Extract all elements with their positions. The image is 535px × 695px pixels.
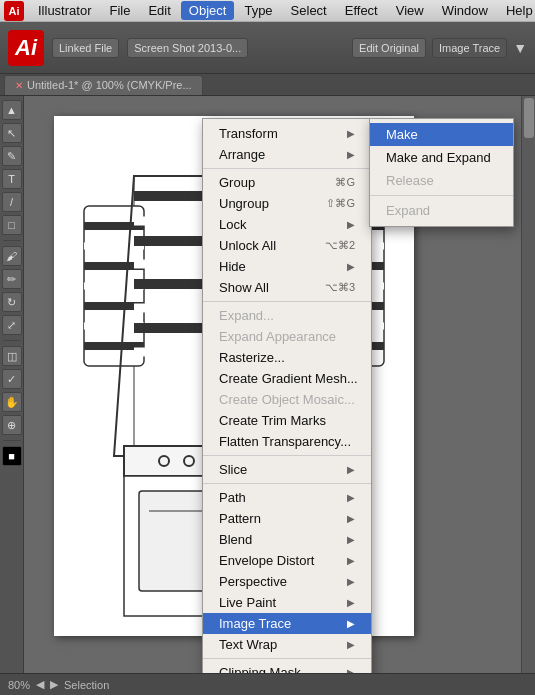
submenu-release: Release: [370, 169, 513, 192]
menu-text-wrap[interactable]: Text Wrap ▶: [203, 634, 371, 655]
submenu-arrow-icon: ▶: [347, 513, 355, 524]
pen-tool[interactable]: ✎: [2, 146, 22, 166]
main-area: ▲ ↖ ✎ T / □ 🖌 ✏ ↻ ⤢ ◫ ✓ ✋ ⊕ ■: [0, 96, 535, 673]
tool-separator-2: [3, 340, 21, 341]
direct-selection-tool[interactable]: ↖: [2, 123, 22, 143]
zoom-level: 80%: [8, 679, 30, 691]
menu-show-all[interactable]: Show All ⌥⌘3: [203, 277, 371, 298]
image-trace-btn[interactable]: Image Trace: [432, 38, 507, 58]
submenu-arrow-icon: ▶: [347, 597, 355, 608]
menu-create-object-mosaic: Create Object Mosaic...: [203, 389, 371, 410]
rotate-tool[interactable]: ↻: [2, 292, 22, 312]
nav-prev-icon[interactable]: ◀: [36, 678, 44, 691]
submenu-expand: Expand: [370, 199, 513, 222]
fill-btn[interactable]: ■: [2, 446, 22, 466]
screenshot-btn[interactable]: Screen Shot 2013-0...: [127, 38, 248, 58]
submenu-make-and-expand[interactable]: Make and Expand: [370, 146, 513, 169]
menu-create-gradient-mesh[interactable]: Create Gradient Mesh...: [203, 368, 371, 389]
menu-hide[interactable]: Hide ▶: [203, 256, 371, 277]
menu-perspective[interactable]: Perspective ▶: [203, 571, 371, 592]
selection-tool[interactable]: ▲: [2, 100, 22, 120]
menu-sep-4: [203, 483, 371, 484]
submenu-arrow-icon: ▶: [347, 576, 355, 587]
menu-effect[interactable]: Effect: [337, 1, 386, 20]
submenu-arrow-icon: ▶: [347, 128, 355, 139]
menu-lock[interactable]: Lock ▶: [203, 214, 371, 235]
menu-window[interactable]: Window: [434, 1, 496, 20]
menu-create-trim-marks[interactable]: Create Trim Marks: [203, 410, 371, 431]
app-icon: Ai: [4, 1, 24, 21]
toolbar-right: Edit Original Image Trace ▼: [352, 38, 527, 58]
menu-flatten-transparency[interactable]: Flatten Transparency...: [203, 431, 371, 452]
submenu-arrow-icon: ▶: [347, 464, 355, 475]
gradient-tool[interactable]: ◫: [2, 346, 22, 366]
menu-view[interactable]: View: [388, 1, 432, 20]
menu-blend[interactable]: Blend ▶: [203, 529, 371, 550]
menu-edit[interactable]: Edit: [140, 1, 178, 20]
line-tool[interactable]: /: [2, 192, 22, 212]
menu-path[interactable]: Path ▶: [203, 487, 371, 508]
menu-illustrator[interactable]: Illustrator: [30, 1, 99, 20]
menu-ungroup[interactable]: Ungroup ⇧⌘G: [203, 193, 371, 214]
menu-file[interactable]: File: [101, 1, 138, 20]
pencil-tool[interactable]: ✏: [2, 269, 22, 289]
ai-logo: Ai: [8, 30, 44, 66]
toolbar: Ai Linked File Screen Shot 2013-0... Edi…: [0, 22, 535, 74]
document-tab[interactable]: ✕ Untitled-1* @ 100% (CMYK/Pre...: [4, 75, 203, 95]
submenu-make[interactable]: Make: [370, 123, 513, 146]
status-bar: 80% ◀ ▶ Selection: [0, 673, 535, 695]
object-menu: Transform ▶ Arrange ▶ Group ⌘G Ungroup ⇧…: [202, 118, 372, 673]
submenu-arrow-icon: ▶: [347, 555, 355, 566]
menu-type[interactable]: Type: [236, 1, 280, 20]
submenu-arrow-icon: ▶: [347, 534, 355, 545]
menu-clipping-mask[interactable]: Clipping Mask ▶: [203, 662, 371, 673]
linked-file-btn[interactable]: Linked File: [52, 38, 119, 58]
toolbox: ▲ ↖ ✎ T / □ 🖌 ✏ ↻ ⤢ ◫ ✓ ✋ ⊕ ■: [0, 96, 24, 673]
menu-pattern[interactable]: Pattern ▶: [203, 508, 371, 529]
hand-tool[interactable]: ✋: [2, 392, 22, 412]
dropdown-arrow-icon[interactable]: ▼: [513, 40, 527, 56]
menu-object[interactable]: Object: [181, 1, 235, 20]
tool-separator-3: [3, 440, 21, 441]
menu-items: Illustrator File Edit Object Type Select…: [30, 1, 535, 20]
status-info: Selection: [64, 679, 109, 691]
menu-sep-5: [203, 658, 371, 659]
submenu-arrow-icon: ▶: [347, 149, 355, 160]
menu-envelope-distort[interactable]: Envelope Distort ▶: [203, 550, 371, 571]
zoom-tool[interactable]: ⊕: [2, 415, 22, 435]
submenu-arrow-icon: ▶: [347, 667, 355, 673]
menu-slice[interactable]: Slice ▶: [203, 459, 371, 480]
menu-unlock-all[interactable]: Unlock All ⌥⌘2: [203, 235, 371, 256]
submenu-arrow-icon: ▶: [347, 261, 355, 272]
scale-tool[interactable]: ⤢: [2, 315, 22, 335]
rect-tool[interactable]: □: [2, 215, 22, 235]
edit-original-btn[interactable]: Edit Original: [352, 38, 426, 58]
menu-expand-appearance: Expand Appearance: [203, 326, 371, 347]
menu-transform[interactable]: Transform ▶: [203, 123, 371, 144]
eyedropper-tool[interactable]: ✓: [2, 369, 22, 389]
submenu-arrow-icon: ▶: [347, 639, 355, 650]
submenu-sep: [370, 195, 513, 196]
menu-rasterize[interactable]: Rasterize...: [203, 347, 371, 368]
menu-image-trace[interactable]: Image Trace ▶: [203, 613, 371, 634]
menu-group[interactable]: Group ⌘G: [203, 172, 371, 193]
vertical-scrollbar[interactable]: [521, 96, 535, 673]
menu-select[interactable]: Select: [283, 1, 335, 20]
canvas-area: Transform ▶ Arrange ▶ Group ⌘G Ungroup ⇧…: [24, 96, 521, 673]
menu-arrange[interactable]: Arrange ▶: [203, 144, 371, 165]
type-tool[interactable]: T: [2, 169, 22, 189]
submenu-arrow-icon: ▶: [347, 618, 355, 629]
image-trace-submenu: Make Make and Expand Release Expand: [369, 118, 514, 227]
menu-bar: Ai Illustrator File Edit Object Type Sel…: [0, 0, 535, 22]
menu-sep-3: [203, 455, 371, 456]
scrollbar-thumb[interactable]: [524, 98, 534, 138]
menu-help[interactable]: Help: [498, 1, 535, 20]
submenu-arrow-icon: ▶: [347, 492, 355, 503]
menu-live-paint[interactable]: Live Paint ▶: [203, 592, 371, 613]
paintbrush-tool[interactable]: 🖌: [2, 246, 22, 266]
nav-next-icon[interactable]: ▶: [50, 678, 58, 691]
tool-separator-1: [3, 240, 21, 241]
menu-sep-2: [203, 301, 371, 302]
submenu-arrow-icon: ▶: [347, 219, 355, 230]
close-icon[interactable]: ✕: [15, 80, 23, 91]
